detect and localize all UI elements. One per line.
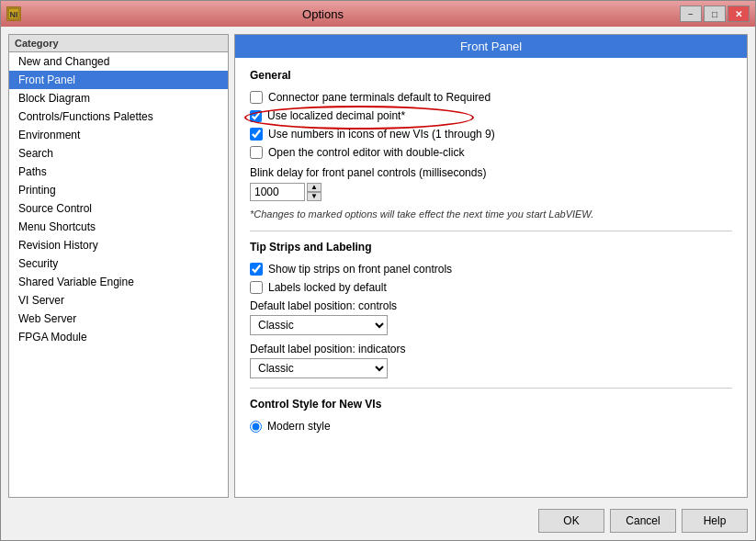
divider-1 [250,231,732,231]
show-tip-strips-row: Show tip strips on front panel controls [250,263,732,276]
close-button[interactable]: ✕ [728,6,750,22]
panel-content: General Connector pane terminals default… [235,58,747,497]
open-control-editor-row: Open the control editor with double-clic… [250,146,732,159]
show-tip-strips-label: Show tip strips on front panel controls [268,263,452,276]
note-text: *Changes to marked options will take eff… [250,209,732,220]
blink-delay-input[interactable] [250,183,305,201]
sidebar-item-paths[interactable]: Paths [9,163,228,181]
sidebar-item-new-and-changed[interactable]: New and Changed [9,52,228,71]
help-button[interactable]: Help [682,509,748,533]
blink-delay-spinner-row: ▲ ▼ [250,183,732,201]
spin-down-button[interactable]: ▼ [307,192,322,201]
options-window: NI Options − □ ✕ Category New and Change… [0,0,756,541]
spin-up-button[interactable]: ▲ [307,183,322,192]
sidebar-item-environment[interactable]: Environment [9,126,228,144]
cancel-button[interactable]: Cancel [610,509,676,533]
right-panel: Front Panel General Connector pane termi… [234,34,748,498]
sidebar-header: Category [9,35,228,52]
use-numbers-checkbox[interactable] [250,128,263,141]
minimize-button[interactable]: − [680,6,702,22]
title-bar: NI Options − □ ✕ [1,1,755,27]
spinner-buttons: ▲ ▼ [307,183,322,201]
labels-locked-checkbox[interactable] [250,281,263,294]
default-label-indicators-select[interactable]: Classic Modern System [250,358,388,378]
maximize-button[interactable]: □ [704,6,726,22]
sidebar-item-controls-functions-palettes[interactable]: Controls/Functions Palettes [9,107,228,126]
open-control-editor-checkbox[interactable] [250,146,263,159]
tip-strips-section-title: Tip Strips and Labeling [250,241,732,254]
labels-locked-row: Labels locked by default [250,281,732,294]
default-label-controls-select[interactable]: Classic Modern System [250,315,388,335]
connector-pane-label: Connector pane terminals default to Requ… [268,91,491,104]
sidebar-item-revision-history[interactable]: Revision History [9,236,228,254]
window-title: Options [21,7,625,21]
main-content: Category New and Changed Front Panel Blo… [8,34,748,498]
sidebar-item-search[interactable]: Search [9,144,228,163]
modern-style-radio[interactable] [250,421,262,433]
connector-pane-row: Connector pane terminals default to Requ… [250,91,732,104]
default-label-indicators-label: Default label position: indicators [250,343,732,355]
default-label-controls-row: Default label position: controls Classic… [250,299,732,335]
sidebar-item-web-server[interactable]: Web Server [9,310,228,328]
default-label-controls-label: Default label position: controls [250,299,732,312]
sidebar-item-source-control[interactable]: Source Control [9,199,228,218]
sidebar-item-menu-shortcuts[interactable]: Menu Shortcuts [9,218,228,236]
window-controls: − □ ✕ [680,6,750,22]
sidebar: Category New and Changed Front Panel Blo… [8,34,229,498]
blink-delay-label: Blink delay for front panel controls (mi… [250,166,732,179]
sidebar-list: New and Changed Front Panel Block Diagra… [9,52,228,497]
general-section-title: General [250,69,732,82]
sidebar-item-block-diagram[interactable]: Block Diagram [9,89,228,107]
localized-decimal-row: Use localized decimal point* [250,109,732,122]
default-label-indicators-row: Default label position: indicators Class… [250,343,732,378]
divider-2 [250,388,732,389]
bottom-bar: OK Cancel Help [8,505,748,533]
ok-button[interactable]: OK [538,509,604,533]
sidebar-item-shared-variable-engine[interactable]: Shared Variable Engine [9,273,228,291]
connector-pane-checkbox[interactable] [250,91,263,104]
use-numbers-row: Use numbers in icons of new VIs (1 throu… [250,128,732,141]
modern-style-label: Modern style [267,420,331,433]
svg-text:NI: NI [10,10,18,19]
title-bar-left: NI [6,6,21,21]
localized-decimal-checkbox[interactable] [250,110,262,122]
open-control-editor-label: Open the control editor with double-clic… [268,146,464,159]
app-icon: NI [6,6,21,21]
modern-style-row: Modern style [250,420,732,433]
sidebar-item-fpga-module[interactable]: FPGA Module [9,328,228,346]
window-body: Category New and Changed Front Panel Blo… [1,27,755,540]
sidebar-item-printing[interactable]: Printing [9,181,228,199]
localized-decimal-label: Use localized decimal point* [267,109,405,122]
use-numbers-label: Use numbers in icons of new VIs (1 throu… [268,128,495,141]
sidebar-item-vi-server[interactable]: VI Server [9,291,228,310]
show-tip-strips-checkbox[interactable] [250,263,263,276]
sidebar-item-security[interactable]: Security [9,254,228,273]
panel-title: Front Panel [235,35,747,58]
labels-locked-label: Labels locked by default [268,281,387,294]
sidebar-item-front-panel[interactable]: Front Panel [9,71,228,89]
control-style-section-title: Control Style for New VIs [250,398,732,411]
